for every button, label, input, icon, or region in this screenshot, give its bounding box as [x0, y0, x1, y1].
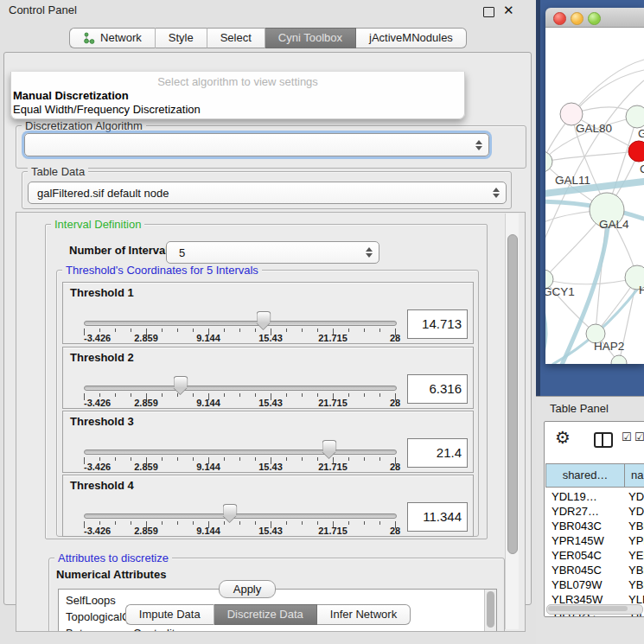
- scrollbar-thumb[interactable]: [548, 606, 628, 611]
- algorithm-combo[interactable]: [24, 133, 489, 156]
- slider-scale-label: -3.426: [84, 462, 111, 472]
- slider-scale-label: 2.859: [134, 462, 158, 472]
- num-intervals-combo[interactable]: 5: [166, 241, 379, 264]
- threshold-panel-1: Threshold 1-3.4262.8599.14415.4321.71528…: [62, 282, 474, 344]
- dropdown-item-manual-discretization[interactable]: Manual Discretization: [13, 89, 129, 102]
- slider-track[interactable]: [84, 386, 397, 391]
- minimize-traffic-light[interactable]: [571, 12, 583, 25]
- group-title: Table Data: [28, 165, 88, 178]
- column-header-name[interactable]: na: [624, 463, 644, 488]
- tab-network[interactable]: Network: [69, 28, 156, 48]
- network-node-label: GA: [638, 127, 644, 140]
- slider-tick: [379, 521, 380, 525]
- table-row[interactable]: YBL079WYBL0…: [545, 577, 644, 592]
- tab-jactivemnodules[interactable]: jActiveMNodules: [356, 28, 467, 48]
- slider-scale-label: 2.859: [134, 333, 158, 343]
- slider-scale-label: 2.859: [134, 526, 158, 536]
- tab-select[interactable]: Select: [207, 28, 265, 48]
- threshold-value-field[interactable]: 21.4: [407, 438, 468, 468]
- bottom-tab-discretize-data[interactable]: Discretize Data: [214, 604, 317, 625]
- num-intervals-value: 5: [179, 246, 185, 259]
- slider-scale-label: 21.715: [318, 333, 348, 343]
- zoom-traffic-light[interactable]: [588, 12, 601, 25]
- threshold-label: Threshold 4: [70, 479, 134, 492]
- slider-tick: [193, 328, 194, 332]
- columns-icon[interactable]: [594, 432, 613, 448]
- table-row[interactable]: YBR043CYBR0…: [545, 519, 644, 533]
- network-node[interactable]: [545, 151, 552, 172]
- slider-tick: [99, 328, 100, 332]
- tab-cyni-toolbox[interactable]: Cyni Toolbox: [265, 28, 356, 48]
- slider-thumb[interactable]: [223, 504, 238, 515]
- slider-tick: [255, 393, 256, 397]
- threshold-value-field[interactable]: 11.344: [407, 502, 468, 532]
- slider-track[interactable]: [84, 450, 397, 455]
- table-row[interactable]: YDR27…YDR2…: [545, 504, 644, 519]
- slider-tick: [348, 393, 349, 397]
- threshold-panel-2: Threshold 2-3.4262.8599.14415.4321.71528…: [62, 347, 474, 409]
- network-node-label: GAL11: [555, 174, 590, 187]
- table-row[interactable]: YER054CYER0…: [545, 548, 644, 563]
- dropdown-item-equal-width-frequency-discretization[interactable]: Equal Width/Frequency Discretization: [13, 103, 201, 116]
- bottom-tab-infer-network[interactable]: Infer Network: [317, 604, 411, 625]
- cell-shared-name: YDL19…: [552, 489, 597, 504]
- cell-shared-name: YBR045C: [552, 563, 602, 577]
- slider-tick: [364, 521, 365, 525]
- slider-tick: [239, 328, 240, 332]
- threshold-value-field[interactable]: 6.316: [407, 374, 468, 404]
- table-row[interactable]: YBR045CYBR0…: [545, 563, 644, 577]
- network-node-label: H: [639, 284, 644, 296]
- table-data-combo[interactable]: galFiltered.sif default node: [28, 182, 507, 204]
- network-node-label: C: [640, 163, 644, 175]
- tab-label: Network: [100, 29, 142, 48]
- slider-track[interactable]: [84, 321, 397, 326]
- settings-scrollbar[interactable]: [505, 214, 519, 629]
- slider-tick: [239, 457, 240, 461]
- slider-tick: [348, 457, 349, 461]
- slider-tick: [286, 328, 287, 332]
- slider-tick: [177, 457, 178, 461]
- slider-tick: [99, 521, 100, 525]
- table-row[interactable]: YPR145WYPR1…: [545, 533, 644, 548]
- slider-scale-label: 21.715: [318, 462, 348, 472]
- discretization-algorithm-group: Discretization Algorithm: [16, 125, 526, 169]
- attribute-item-betweennesscentrality[interactable]: BetweennessCentrality: [59, 625, 496, 632]
- table-panel: Table Panel ⚙ ☑ ☑ shared… na YDL19…YDL1……: [536, 396, 644, 644]
- slider-scale-label: 9.144: [196, 333, 220, 343]
- slider-thumb[interactable]: [256, 311, 271, 322]
- slider-tick: [115, 521, 116, 525]
- tab-label: Select: [220, 29, 252, 48]
- slider-thumb[interactable]: [322, 440, 337, 451]
- tab-style[interactable]: Style: [156, 28, 207, 48]
- table-header-row: shared… na: [545, 463, 644, 488]
- slider-tick: [286, 393, 287, 397]
- network-node[interactable]: [628, 141, 644, 162]
- network-edge[interactable]: [545, 277, 637, 284]
- network-window-titlebar[interactable]: [545, 8, 644, 28]
- scrollbar-thumb[interactable]: [507, 234, 518, 554]
- cell-shared-name: YER054C: [552, 548, 602, 563]
- network-edge[interactable]: [545, 80, 644, 260]
- column-header-shared-name[interactable]: shared…: [545, 463, 625, 488]
- cell-name: YDR2…: [628, 504, 644, 519]
- checkbox-icon[interactable]: ☑: [634, 430, 644, 443]
- checkbox-icon[interactable]: ☑: [622, 430, 632, 443]
- network-node-label: GCY1: [545, 285, 575, 298]
- slider-tick: [177, 521, 178, 525]
- table-row[interactable]: YDL19…YDL1…: [545, 489, 644, 504]
- network-canvas[interactable]: GAL80GACGAL11GAL4GCY1HHAP2: [545, 28, 644, 364]
- float-window-icon[interactable]: [483, 7, 494, 17]
- close-icon[interactable]: ✕: [503, 3, 514, 18]
- gear-icon[interactable]: ⚙: [555, 427, 571, 448]
- threshold-value-field[interactable]: 14.713: [407, 309, 468, 339]
- slider-tick: [224, 393, 225, 397]
- network-node[interactable]: [626, 105, 644, 128]
- bottom-tab-impute-data[interactable]: Impute Data: [125, 604, 214, 625]
- slider-track[interactable]: [84, 513, 397, 519]
- apply-button[interactable]: Apply: [219, 580, 276, 598]
- table-horizontal-scrollbar[interactable]: [546, 604, 643, 615]
- slider-scale-label: 9.144: [196, 526, 220, 536]
- slider-tick: [162, 457, 163, 461]
- close-traffic-light[interactable]: [553, 12, 566, 25]
- slider-thumb[interactable]: [173, 376, 188, 387]
